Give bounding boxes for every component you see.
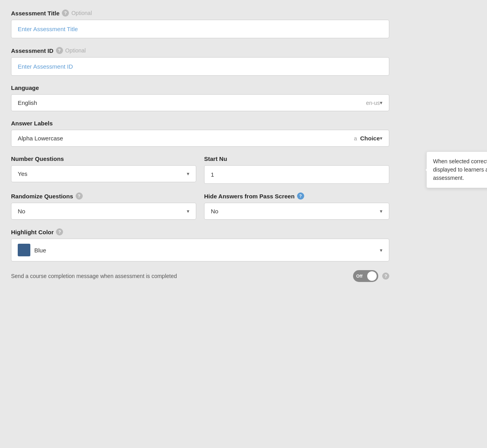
- start-number-input[interactable]: [204, 165, 389, 184]
- assessment-id-help-icon[interactable]: ?: [56, 47, 63, 54]
- num-questions-row: Number Questions Yes ▾ Start Nu When sel…: [11, 155, 389, 192]
- start-number-label: Start Nu: [204, 155, 389, 162]
- assessment-id-label: Assessment ID ? Optional: [11, 47, 476, 54]
- answer-labels-preview-word: Choice: [360, 135, 380, 142]
- number-questions-arrow-icon: ▾: [187, 171, 190, 177]
- randomize-questions-text: Randomize Questions: [11, 193, 73, 200]
- randomize-hide-row: Randomize Questions ? No ▾ Hide Answers …: [11, 192, 389, 228]
- answer-labels-label: Answer Labels: [11, 120, 476, 127]
- randomize-questions-arrow-icon: ▾: [187, 208, 190, 214]
- hide-answers-label: Hide Answers from Pass Screen ?: [204, 192, 389, 200]
- hide-answers-group: Hide Answers from Pass Screen ? No ▾: [204, 192, 389, 220]
- highlight-color-group: Highlight Color ? Blue ▾: [11, 228, 476, 261]
- language-value: English: [18, 99, 357, 106]
- number-questions-group: Number Questions Yes ▾: [11, 155, 196, 184]
- completion-toggle[interactable]: Off: [353, 270, 378, 282]
- language-label: Language: [11, 84, 476, 91]
- color-swatch: [18, 244, 30, 256]
- tooltip-box: When selected correct answers will not b…: [426, 151, 487, 188]
- number-questions-text: Number Questions: [11, 155, 64, 162]
- assessment-id-input[interactable]: [11, 57, 389, 76]
- hide-answers-text: Hide Answers from Pass Screen: [204, 193, 295, 200]
- tooltip-text: When selected correct answers will not b…: [433, 158, 487, 181]
- highlight-color-arrow-icon: ▾: [380, 247, 383, 253]
- language-select[interactable]: English en-us ▾: [11, 94, 389, 111]
- answer-labels-select[interactable]: Alpha Lowercase a Choice ▾: [11, 130, 389, 147]
- number-questions-label: Number Questions: [11, 155, 196, 162]
- randomize-questions-value: No: [18, 208, 187, 215]
- randomize-questions-group: Randomize Questions ? No ▾: [11, 192, 196, 220]
- language-group: Language English en-us ▾: [11, 84, 476, 111]
- randomize-questions-help-icon[interactable]: ?: [76, 192, 83, 200]
- start-number-text: Start Nu: [204, 155, 227, 162]
- language-text: Language: [11, 84, 39, 91]
- completion-message-text: Send a course completion message when as…: [11, 273, 349, 279]
- assessment-title-input[interactable]: [11, 20, 389, 38]
- highlight-color-text: Highlight Color: [11, 229, 54, 235]
- toggle-label: Off: [356, 274, 362, 278]
- assessment-title-group: Assessment Title ? Optional: [11, 9, 476, 38]
- answer-labels-arrow-icon: ▾: [380, 135, 383, 141]
- language-sub-value: en-us: [366, 100, 380, 106]
- assessment-title-help-icon[interactable]: ?: [62, 9, 69, 17]
- assessment-title-optional: Optional: [71, 10, 92, 16]
- start-number-group: Start Nu When selected correct answers w…: [204, 155, 389, 184]
- hide-answers-value: No: [211, 208, 380, 215]
- highlight-color-help-icon[interactable]: ?: [56, 228, 63, 235]
- answer-labels-preview-letter: a: [354, 135, 357, 142]
- assessment-id-optional: Optional: [65, 47, 86, 54]
- randomize-questions-label: Randomize Questions ?: [11, 192, 196, 200]
- answer-labels-value: Alpha Lowercase: [18, 135, 344, 142]
- hide-answers-help-icon[interactable]: ?: [297, 192, 304, 200]
- answer-labels-group: Answer Labels Alpha Lowercase a Choice ▾: [11, 120, 476, 147]
- number-questions-value: Yes: [18, 170, 187, 177]
- assessment-title-label: Assessment Title ? Optional: [11, 9, 476, 17]
- answer-labels-text: Answer Labels: [11, 120, 53, 127]
- toggle-knob: [367, 271, 377, 281]
- assessment-title-text: Assessment Title: [11, 10, 59, 17]
- hide-answers-select[interactable]: No ▾: [204, 203, 389, 220]
- number-questions-select[interactable]: Yes ▾: [11, 165, 196, 182]
- hide-answers-arrow-icon: ▾: [380, 208, 383, 214]
- highlight-color-value: Blue: [34, 247, 380, 254]
- completion-help-icon[interactable]: ?: [382, 273, 389, 280]
- language-arrow-icon: ▾: [380, 100, 383, 106]
- assessment-id-text: Assessment ID: [11, 47, 54, 54]
- randomize-questions-select[interactable]: No ▾: [11, 203, 196, 220]
- highlight-color-select[interactable]: Blue ▾: [11, 239, 389, 261]
- assessment-id-group: Assessment ID ? Optional: [11, 47, 476, 76]
- completion-message-row: Send a course completion message when as…: [11, 270, 389, 282]
- highlight-color-label: Highlight Color ?: [11, 228, 476, 235]
